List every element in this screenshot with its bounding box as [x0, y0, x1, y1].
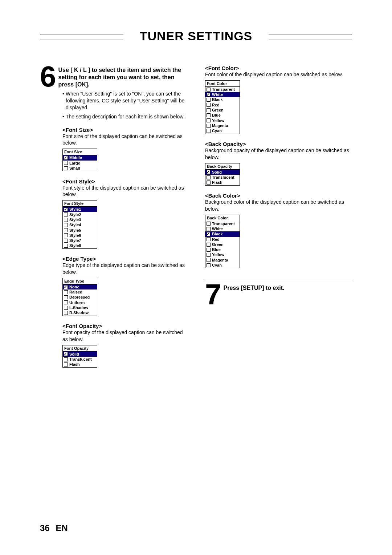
checkbox-icon	[207, 243, 211, 247]
menu-edge-type: Edge Type NoneRaisedDepressedUniformL.Sh…	[62, 278, 97, 316]
menu-item: Cyan	[205, 263, 240, 268]
menu-title: Font Size	[63, 149, 97, 155]
menu-item: Solid	[63, 352, 97, 357]
checkbox-icon	[64, 357, 68, 361]
page-title: TUNER SETTINGS	[140, 29, 253, 43]
menu-item: Magenta	[205, 258, 240, 263]
menu-item: Yellow	[205, 252, 240, 257]
section-desc-back-color: Background color of the displayed captio…	[205, 199, 352, 212]
checkbox-icon	[207, 108, 211, 112]
menu-title: Font Color	[205, 81, 240, 87]
section-desc-back-opacity: Background opacity of the displayed capt…	[205, 147, 352, 161]
checkbox-icon	[207, 93, 211, 97]
menu-item-label: Magenta	[212, 123, 228, 128]
menu-list: TransparentWhiteBlackRedGreenBlueYellowM…	[205, 221, 240, 268]
section-desc-font-opacity: Font opacity of the displayed caption ca…	[62, 329, 187, 343]
menu-item-label: Blue	[212, 113, 221, 118]
menu-item: Solid	[205, 170, 240, 175]
divider	[205, 279, 352, 279]
menu-list: MiddleLargeSmall	[63, 155, 97, 171]
section-desc-edge-type: Edge type of the displayed caption can b…	[62, 262, 187, 276]
step-6-text: Use [ K / L ] to select the item and swi…	[58, 65, 187, 88]
bullet-dot-icon	[62, 90, 64, 111]
checkbox-icon	[207, 181, 211, 185]
menu-list: Style1Style2Style3Style4Style5Style6Styl…	[63, 207, 97, 248]
menu-item: Style6	[63, 233, 97, 238]
menu-item: Uniform	[63, 300, 97, 305]
left-column: 6 Use [ K / L ] to select the item and s…	[40, 65, 187, 368]
menu-item-label: Blue	[212, 247, 221, 252]
section-head-font-opacity: <Font Opacity>	[62, 323, 187, 329]
menu-item: Cyan	[205, 128, 240, 133]
menu-item: White	[205, 92, 240, 97]
checkbox-icon	[207, 248, 211, 252]
menu-item-label: Flash	[212, 180, 222, 185]
menu-item-label: Depressed	[69, 295, 90, 300]
section-head-font-color: <Font Color>	[205, 65, 352, 71]
menu-item-label: Style3	[69, 217, 81, 222]
menu-item: Blue	[205, 113, 240, 118]
columns: 6 Use [ K / L ] to select the item and s…	[40, 65, 352, 368]
menu-item: Style5	[63, 228, 97, 233]
menu-item: Transparent	[205, 221, 240, 226]
checkbox-icon	[64, 352, 68, 356]
menu-item: Style3	[63, 217, 97, 222]
menu-item-label: L.Shadow	[69, 305, 88, 310]
menu-item-label: Yellow	[212, 252, 224, 257]
checkbox-icon	[207, 222, 211, 226]
checkbox-icon	[64, 300, 68, 304]
menu-font-size: Font Size MiddleLargeSmall	[62, 149, 97, 171]
section-head-edge-type: <Edge Type>	[62, 256, 187, 262]
menu-list: NoneRaisedDepressedUniformL.ShadowR.Shad…	[63, 284, 97, 316]
menu-item: Depressed	[63, 295, 97, 300]
menu-item: Small	[63, 166, 97, 171]
section-head-back-color: <Back Color>	[205, 193, 352, 199]
menu-item: Style8	[63, 243, 97, 248]
page-lang: EN	[56, 523, 68, 533]
menu-item: Flash	[63, 362, 97, 367]
menu-item-label: Style6	[69, 233, 81, 238]
checkbox-icon	[207, 175, 211, 179]
menu-item: Red	[205, 237, 240, 242]
menu-item: Blue	[205, 247, 240, 252]
section-desc-font-size: Font size of the displayed caption can b…	[62, 133, 187, 147]
checkbox-icon	[64, 239, 68, 243]
checkbox-icon	[207, 118, 211, 122]
right-column: <Font Color> Font color of the displayed…	[205, 65, 352, 368]
menu-item-label: None	[69, 284, 79, 289]
menu-item: Raised	[63, 289, 97, 295]
checkbox-icon	[64, 311, 68, 315]
menu-item: Middle	[63, 155, 97, 160]
page-number: 36	[40, 523, 50, 533]
checkbox-icon	[207, 124, 211, 128]
checkbox-icon	[64, 244, 68, 248]
checkbox-icon	[64, 161, 68, 165]
menu-item: Green	[205, 108, 240, 113]
checkbox-icon	[64, 285, 68, 289]
section-head-back-opacity: <Back Opacity>	[205, 141, 352, 147]
checkbox-icon	[64, 207, 68, 211]
menu-item-label: Red	[212, 102, 220, 108]
menu-item-label: Translucent	[69, 357, 92, 362]
checkbox-icon	[207, 103, 211, 107]
menu-list: SolidTranslucentFlash	[205, 170, 240, 185]
menu-item-label: Magenta	[212, 258, 228, 263]
menu-item-label: Transparent	[212, 221, 235, 226]
menu-item-label: Large	[69, 161, 80, 166]
menu-item: Transparent	[205, 87, 240, 92]
menu-item: Yellow	[205, 118, 240, 123]
menu-back-opacity: Back Opacity SolidTranslucentFlash	[205, 163, 240, 186]
page: TUNER SETTINGS 6 Use [ K / L ] to select…	[0, 0, 392, 555]
menu-title: Edge Type	[63, 278, 97, 284]
checkbox-icon	[207, 129, 211, 133]
menu-item: Green	[205, 242, 240, 247]
menu-item-label: Red	[212, 237, 220, 242]
menu-item: L.Shadow	[63, 305, 97, 310]
step-6: 6 Use [ K / L ] to select the item and s…	[40, 65, 187, 88]
menu-item-label: Translucent	[212, 175, 234, 180]
menu-item-label: Style7	[69, 238, 81, 243]
menu-item: Style2	[63, 212, 97, 217]
menu-font-color: Font Color TransparentWhiteBlackRedGreen…	[205, 80, 240, 134]
checkbox-icon	[207, 113, 211, 117]
menu-item: Style4	[63, 222, 97, 227]
